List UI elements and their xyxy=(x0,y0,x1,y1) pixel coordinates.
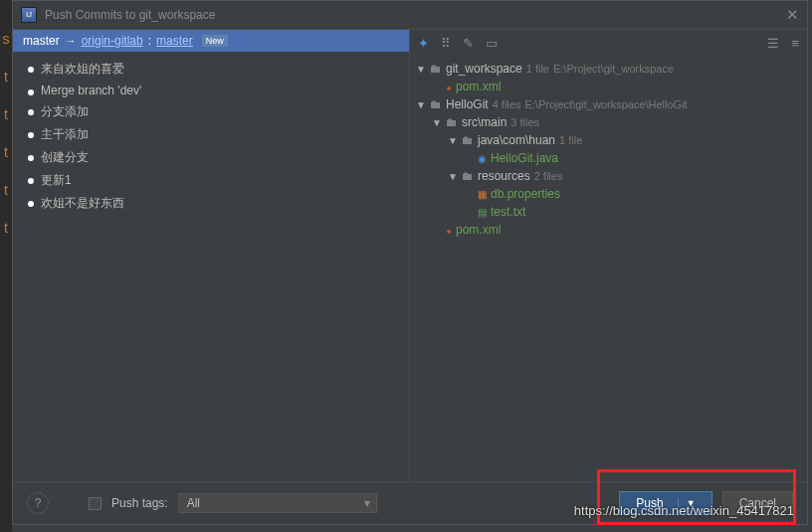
file-tree: ▼ 🖿 git_workspace 1 file E:\Project\git_… xyxy=(410,56,807,243)
chevron-down-icon[interactable]: ▼ xyxy=(416,99,426,110)
folder-icon: 🖿 xyxy=(462,169,474,183)
tree-file[interactable]: ⬥ pom.xml xyxy=(410,221,807,239)
commit-item[interactable]: 欢姐不是好东西 xyxy=(13,192,409,215)
folder-icon: 🖿 xyxy=(430,97,442,111)
chevron-down-icon[interactable]: ▼ xyxy=(448,135,458,146)
local-branch: master xyxy=(23,34,60,48)
push-tags-label: Push tags: xyxy=(111,496,168,510)
editor-gutter: sttttt xyxy=(0,0,12,532)
xml-icon: ⬥ xyxy=(446,225,452,236)
remote-link[interactable]: origin-gitlab xyxy=(82,34,143,48)
tree-folder[interactable]: ▼ 🖿 git_workspace 1 file E:\Project\git_… xyxy=(410,60,807,78)
properties-icon: ▦ xyxy=(478,189,487,200)
chevron-down-icon[interactable]: ▼ xyxy=(448,171,458,182)
tree-folder[interactable]: ▼ 🖿 java\com\huan 1 file xyxy=(410,131,807,149)
folder-icon: 🖿 xyxy=(462,133,474,147)
push-commits-dialog: IJ Push Commits to git_workspace ✕ maste… xyxy=(12,0,808,525)
push-tags-select[interactable]: All xyxy=(178,493,377,513)
dialog-footer: ? Push tags: All Push ▼ Cancel xyxy=(13,482,807,524)
tree-file[interactable]: ◉ HelloGit.java xyxy=(410,149,807,167)
java-icon: ◉ xyxy=(478,153,487,164)
folder-icon: 🖿 xyxy=(446,115,458,129)
tree-folder[interactable]: ▼ 🖿 src\main 3 files xyxy=(410,113,807,131)
tree-file[interactable]: ▦ db.properties xyxy=(410,185,807,203)
push-dropdown-icon[interactable]: ▼ xyxy=(678,498,696,508)
push-tags-checkbox[interactable] xyxy=(89,497,102,510)
commit-item[interactable]: 更新1 xyxy=(13,169,409,192)
chevron-down-icon[interactable]: ▼ xyxy=(432,117,442,128)
commit-item[interactable]: 分支添加 xyxy=(13,100,409,123)
folder-icon: 🖿 xyxy=(430,62,442,76)
edit-icon[interactable]: ✎ xyxy=(463,36,474,51)
commit-item[interactable]: 创建分支 xyxy=(13,146,409,169)
arrow-icon: → xyxy=(65,34,77,48)
help-button[interactable]: ? xyxy=(27,492,49,514)
group-icon[interactable]: ✦ xyxy=(418,36,429,51)
tree-file[interactable]: ▤ test.txt xyxy=(410,203,807,221)
expand-icon[interactable]: ⠿ xyxy=(441,36,451,51)
dialog-title: Push Commits to git_workspace xyxy=(45,8,215,22)
files-pane: ✦ ⠿ ✎ ▭ ☰ ≡ ▼ 🖿 git_workspace 1 file E:\… xyxy=(409,30,807,481)
new-badge: New xyxy=(202,35,228,47)
files-toolbar: ✦ ⠿ ✎ ▭ ☰ ≡ xyxy=(410,30,807,56)
view-icon[interactable]: ▭ xyxy=(486,36,498,51)
commit-item[interactable]: 主干添加 xyxy=(13,123,409,146)
app-icon: IJ xyxy=(21,7,37,23)
chevron-down-icon[interactable]: ▼ xyxy=(416,64,426,75)
titlebar: IJ Push Commits to git_workspace ✕ xyxy=(13,1,807,29)
close-icon[interactable]: ✕ xyxy=(786,6,799,24)
push-button[interactable]: Push ▼ xyxy=(619,491,711,515)
collapse-icon[interactable]: ≡ xyxy=(791,36,799,51)
commit-item[interactable]: Merge branch 'dev' xyxy=(13,81,409,100)
tree-folder[interactable]: ▼ 🖿 HelloGit 4 files E:\Project\git_work… xyxy=(410,95,807,113)
cancel-button[interactable]: Cancel xyxy=(722,491,793,515)
remote-branch-link[interactable]: master xyxy=(156,34,193,48)
commit-item[interactable]: 来自欢姐的喜爱 xyxy=(13,58,409,81)
commits-pane: master → origin-gitlab : master New 来自欢姐… xyxy=(13,30,409,481)
branch-header[interactable]: master → origin-gitlab : master New xyxy=(13,30,409,52)
tree-file[interactable]: ⬥ pom.xml xyxy=(410,78,807,95)
commit-list: 来自欢姐的喜爱 Merge branch 'dev' 分支添加 主干添加 创建分… xyxy=(13,52,409,221)
xml-icon: ⬥ xyxy=(446,82,452,92)
settings-icon[interactable]: ☰ xyxy=(767,36,779,51)
text-icon: ▤ xyxy=(478,207,487,218)
tree-folder[interactable]: ▼ 🖿 resources 2 files xyxy=(410,167,807,185)
